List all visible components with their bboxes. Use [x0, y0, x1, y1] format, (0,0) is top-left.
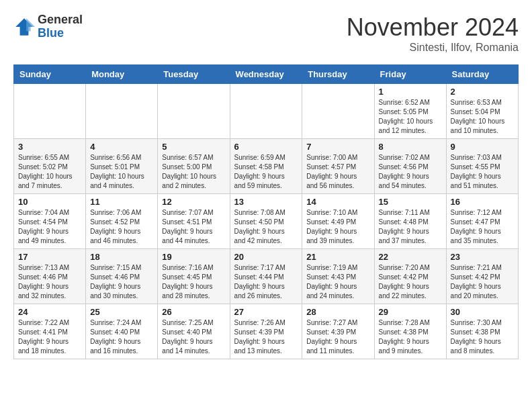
day-info: Sunrise: 7:16 AM Sunset: 4:45 PM Dayligh…	[162, 263, 225, 301]
page-header: General Blue November 2024 Sintesti, Ilf…	[13, 13, 519, 54]
day-cell-w4-d2: 18Sunrise: 7:15 AM Sunset: 4:46 PM Dayli…	[86, 249, 158, 304]
day-number: 9	[451, 142, 514, 152]
day-number: 3	[18, 142, 81, 152]
week-row-3: 10Sunrise: 7:04 AM Sunset: 4:54 PM Dayli…	[14, 194, 519, 249]
day-cell-w3-d3: 12Sunrise: 7:07 AM Sunset: 4:51 PM Dayli…	[158, 194, 230, 249]
day-cell-w5-d6: 29Sunrise: 7:28 AM Sunset: 4:38 PM Dayli…	[374, 304, 446, 359]
day-cell-w4-d7: 23Sunrise: 7:21 AM Sunset: 4:42 PM Dayli…	[446, 249, 518, 304]
day-number: 28	[306, 307, 369, 317]
day-info: Sunrise: 7:12 AM Sunset: 4:47 PM Dayligh…	[451, 208, 514, 246]
day-number: 17	[18, 252, 81, 262]
col-wednesday: Wednesday	[230, 65, 302, 84]
day-info: Sunrise: 6:55 AM Sunset: 5:02 PM Dayligh…	[18, 153, 81, 191]
day-info: Sunrise: 7:27 AM Sunset: 4:39 PM Dayligh…	[306, 318, 369, 356]
day-info: Sunrise: 7:28 AM Sunset: 4:38 PM Dayligh…	[379, 318, 442, 356]
day-cell-w2-d5: 7Sunrise: 7:00 AM Sunset: 4:57 PM Daylig…	[302, 139, 374, 194]
col-friday: Friday	[374, 65, 446, 84]
day-info: Sunrise: 7:21 AM Sunset: 4:42 PM Dayligh…	[451, 263, 514, 301]
day-number: 16	[451, 197, 514, 207]
day-number: 18	[90, 252, 153, 262]
day-cell-w5-d4: 27Sunrise: 7:26 AM Sunset: 4:39 PM Dayli…	[230, 304, 302, 359]
day-number: 23	[451, 252, 514, 262]
title-section: November 2024 Sintesti, Ilfov, Romania	[347, 13, 519, 54]
day-cell-w4-d4: 20Sunrise: 7:17 AM Sunset: 4:44 PM Dayli…	[230, 249, 302, 304]
day-cell-w4-d5: 21Sunrise: 7:19 AM Sunset: 4:43 PM Dayli…	[302, 249, 374, 304]
day-info: Sunrise: 7:19 AM Sunset: 4:43 PM Dayligh…	[306, 263, 369, 301]
week-row-1: 1Sunrise: 6:52 AM Sunset: 5:05 PM Daylig…	[14, 84, 519, 139]
location-subtitle: Sintesti, Ilfov, Romania	[347, 42, 519, 54]
day-cell-w3-d4: 13Sunrise: 7:08 AM Sunset: 4:50 PM Dayli…	[230, 194, 302, 249]
day-cell-w3-d6: 15Sunrise: 7:11 AM Sunset: 4:48 PM Dayli…	[374, 194, 446, 249]
svg-marker-1	[26, 18, 35, 31]
day-number: 1	[379, 87, 442, 97]
day-number: 6	[234, 142, 298, 152]
day-number: 15	[379, 197, 442, 207]
day-cell-w5-d1: 24Sunrise: 7:22 AM Sunset: 4:41 PM Dayli…	[14, 304, 86, 359]
logo-text: General Blue	[38, 13, 83, 40]
day-info: Sunrise: 7:07 AM Sunset: 4:51 PM Dayligh…	[162, 208, 225, 246]
day-info: Sunrise: 7:17 AM Sunset: 4:44 PM Dayligh…	[234, 263, 298, 301]
day-info: Sunrise: 7:15 AM Sunset: 4:46 PM Dayligh…	[90, 263, 153, 301]
day-cell-w1-d1	[14, 84, 86, 139]
day-info: Sunrise: 7:26 AM Sunset: 4:39 PM Dayligh…	[234, 318, 298, 356]
logo: General Blue	[13, 13, 83, 40]
day-info: Sunrise: 7:03 AM Sunset: 4:55 PM Dayligh…	[451, 153, 514, 191]
day-cell-w1-d6: 1Sunrise: 6:52 AM Sunset: 5:05 PM Daylig…	[374, 84, 446, 139]
day-cell-w4-d1: 17Sunrise: 7:13 AM Sunset: 4:46 PM Dayli…	[14, 249, 86, 304]
day-number: 11	[90, 197, 153, 207]
day-number: 10	[18, 197, 81, 207]
col-monday: Monday	[86, 65, 158, 84]
day-number: 2	[451, 87, 514, 97]
day-number: 30	[451, 307, 514, 317]
day-info: Sunrise: 7:20 AM Sunset: 4:42 PM Dayligh…	[379, 263, 442, 301]
day-cell-w1-d5	[302, 84, 374, 139]
day-cell-w2-d7: 9Sunrise: 7:03 AM Sunset: 4:55 PM Daylig…	[446, 139, 518, 194]
day-number: 20	[234, 252, 298, 262]
day-cell-w1-d7: 2Sunrise: 6:53 AM Sunset: 5:04 PM Daylig…	[446, 84, 518, 139]
month-title: November 2024	[347, 13, 519, 42]
col-sunday: Sunday	[14, 65, 86, 84]
calendar-table: Sunday Monday Tuesday Wednesday Thursday…	[13, 64, 519, 359]
day-number: 22	[379, 252, 442, 262]
day-number: 8	[379, 142, 442, 152]
day-cell-w5-d5: 28Sunrise: 7:27 AM Sunset: 4:39 PM Dayli…	[302, 304, 374, 359]
calendar-header-row: Sunday Monday Tuesday Wednesday Thursday…	[14, 65, 519, 84]
day-number: 25	[90, 307, 153, 317]
day-cell-w4-d3: 19Sunrise: 7:16 AM Sunset: 4:45 PM Dayli…	[158, 249, 230, 304]
day-cell-w1-d3	[158, 84, 230, 139]
col-saturday: Saturday	[446, 65, 518, 84]
week-row-5: 24Sunrise: 7:22 AM Sunset: 4:41 PM Dayli…	[14, 304, 519, 359]
day-cell-w2-d1: 3Sunrise: 6:55 AM Sunset: 5:02 PM Daylig…	[14, 139, 86, 194]
day-number: 21	[306, 252, 369, 262]
day-info: Sunrise: 7:08 AM Sunset: 4:50 PM Dayligh…	[234, 208, 298, 246]
day-cell-w3-d1: 10Sunrise: 7:04 AM Sunset: 4:54 PM Dayli…	[14, 194, 86, 249]
day-info: Sunrise: 7:10 AM Sunset: 4:49 PM Dayligh…	[306, 208, 369, 246]
day-info: Sunrise: 7:25 AM Sunset: 4:40 PM Dayligh…	[162, 318, 225, 356]
day-cell-w3-d5: 14Sunrise: 7:10 AM Sunset: 4:49 PM Dayli…	[302, 194, 374, 249]
day-cell-w1-d4	[230, 84, 302, 139]
day-number: 4	[90, 142, 153, 152]
day-info: Sunrise: 6:53 AM Sunset: 5:04 PM Dayligh…	[451, 98, 514, 136]
day-cell-w3-d7: 16Sunrise: 7:12 AM Sunset: 4:47 PM Dayli…	[446, 194, 518, 249]
day-cell-w2-d3: 5Sunrise: 6:57 AM Sunset: 5:00 PM Daylig…	[158, 139, 230, 194]
day-number: 13	[234, 197, 298, 207]
day-number: 5	[162, 142, 225, 152]
day-cell-w3-d2: 11Sunrise: 7:06 AM Sunset: 4:52 PM Dayli…	[86, 194, 158, 249]
day-info: Sunrise: 6:56 AM Sunset: 5:01 PM Dayligh…	[90, 153, 153, 191]
day-cell-w2-d2: 4Sunrise: 6:56 AM Sunset: 5:01 PM Daylig…	[86, 139, 158, 194]
day-cell-w4-d6: 22Sunrise: 7:20 AM Sunset: 4:42 PM Dayli…	[374, 249, 446, 304]
week-row-4: 17Sunrise: 7:13 AM Sunset: 4:46 PM Dayli…	[14, 249, 519, 304]
day-info: Sunrise: 6:57 AM Sunset: 5:00 PM Dayligh…	[162, 153, 225, 191]
day-info: Sunrise: 7:00 AM Sunset: 4:57 PM Dayligh…	[306, 153, 369, 191]
day-number: 27	[234, 307, 298, 317]
day-info: Sunrise: 7:22 AM Sunset: 4:41 PM Dayligh…	[18, 318, 81, 356]
day-cell-w1-d2	[86, 84, 158, 139]
day-info: Sunrise: 7:02 AM Sunset: 4:56 PM Dayligh…	[379, 153, 442, 191]
logo-icon	[13, 16, 35, 38]
day-info: Sunrise: 7:06 AM Sunset: 4:52 PM Dayligh…	[90, 208, 153, 246]
logo-blue: Blue	[38, 27, 83, 40]
day-cell-w2-d4: 6Sunrise: 6:59 AM Sunset: 4:58 PM Daylig…	[230, 139, 302, 194]
day-cell-w5-d2: 25Sunrise: 7:24 AM Sunset: 4:40 PM Dayli…	[86, 304, 158, 359]
day-info: Sunrise: 7:30 AM Sunset: 4:38 PM Dayligh…	[451, 318, 514, 356]
day-info: Sunrise: 7:11 AM Sunset: 4:48 PM Dayligh…	[379, 208, 442, 246]
